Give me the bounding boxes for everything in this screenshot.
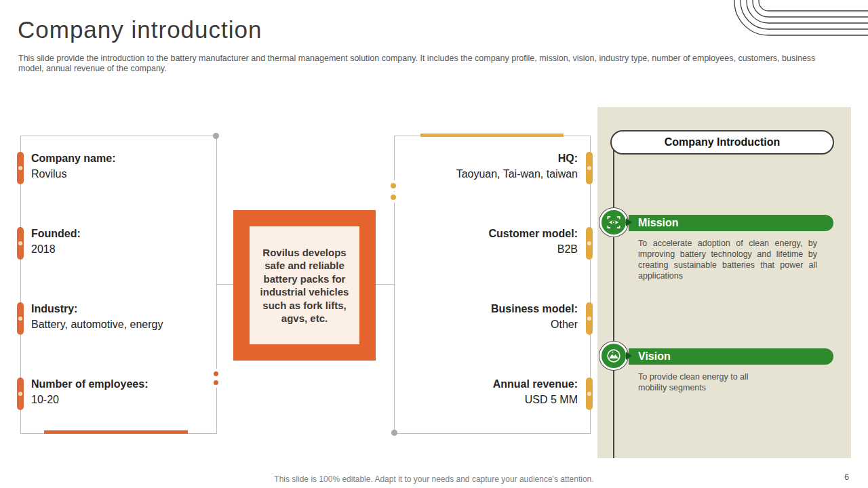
fact-label: Founded:	[31, 226, 208, 241]
mission-title: Mission	[638, 217, 679, 228]
fact-row: Founded: 2018	[31, 226, 208, 257]
fact-label: HQ:	[401, 150, 578, 166]
fact-label: Business model:	[401, 301, 578, 317]
fact-marker	[586, 378, 593, 410]
fact-row: Industry: Battery, automotive, energy	[31, 301, 208, 332]
connector-dot	[213, 133, 219, 139]
fact-value: Other	[401, 317, 578, 332]
connector-dot	[391, 430, 397, 436]
fact-marker	[586, 302, 593, 335]
eye-focus-icon	[605, 214, 623, 231]
vision-circle	[599, 342, 628, 370]
page-subtitle: This slide provide the introduction to t…	[18, 54, 840, 73]
page-title: Company introduction	[18, 16, 262, 43]
banner-arrow	[626, 352, 632, 360]
fact-marker	[17, 378, 24, 410]
fact-value: 2018	[31, 241, 208, 257]
connector-dot	[391, 183, 396, 188]
connector-dot	[214, 371, 218, 376]
footer-note: This slide is 100% editable. Adapt it to…	[0, 474, 868, 484]
callout-inner: Rovilus develops safe and reliable batte…	[250, 226, 359, 344]
fact-label: Company name:	[31, 150, 208, 166]
banner-arrow	[626, 218, 632, 226]
center-callout-box: Rovilus develops safe and reliable batte…	[233, 210, 376, 361]
callout-text: Rovilus develops safe and reliable batte…	[254, 246, 355, 325]
orange-accent-bar	[44, 430, 188, 434]
fact-value: USD 5 MM	[401, 392, 578, 407]
fact-label: Number of employees:	[31, 376, 208, 392]
connector-dot	[391, 195, 396, 200]
fact-value: 10-20	[31, 392, 208, 407]
fact-marker	[586, 227, 593, 260]
fact-value: B2B	[401, 241, 578, 257]
mountain-flag-icon	[605, 347, 623, 365]
page-number: 6	[844, 472, 849, 482]
vision-banner: Vision	[629, 348, 833, 365]
connector-dot	[214, 380, 218, 385]
mission-banner: Mission	[629, 215, 833, 231]
mission-circle	[599, 208, 628, 237]
connector-line	[216, 284, 233, 285]
fact-label: Annual revenue:	[401, 376, 578, 392]
fact-label: Industry:	[31, 301, 208, 317]
fact-marker	[17, 227, 24, 260]
vision-title: Vision	[638, 350, 671, 362]
fact-value: Rovilus	[31, 166, 208, 182]
sidebar-header-pill: Company Introduction	[610, 130, 834, 155]
fact-row: HQ: Taoyuan, Tai-wan, taiwan	[401, 150, 578, 182]
mission-text: To accelerate adoption of clean energy, …	[638, 238, 817, 281]
fact-row: Annual revenue: USD 5 MM	[401, 376, 578, 407]
fact-marker	[586, 152, 593, 184]
timeline-line	[613, 142, 614, 458]
fact-marker	[17, 302, 24, 335]
fact-row: Business model: Other	[401, 301, 578, 332]
sidebar-panel	[597, 107, 851, 458]
connector-line	[376, 284, 394, 285]
fact-marker	[17, 152, 24, 184]
fact-value: Taoyuan, Tai-wan, taiwan	[401, 166, 578, 182]
gold-accent-bar	[420, 134, 564, 137]
slide: Company introduction This slide provide …	[0, 0, 868, 488]
fact-row: Company name: Rovilus	[31, 150, 208, 182]
fact-label: Customer model:	[401, 226, 578, 241]
fact-value: Battery, automotive, energy	[31, 317, 208, 332]
fact-row: Number of employees: 10-20	[31, 376, 208, 407]
fact-row: Customer model: B2B	[401, 226, 578, 257]
vision-text: To provide clean energy to all mobility …	[638, 371, 770, 393]
corner-arcs-decoration	[732, 0, 868, 41]
